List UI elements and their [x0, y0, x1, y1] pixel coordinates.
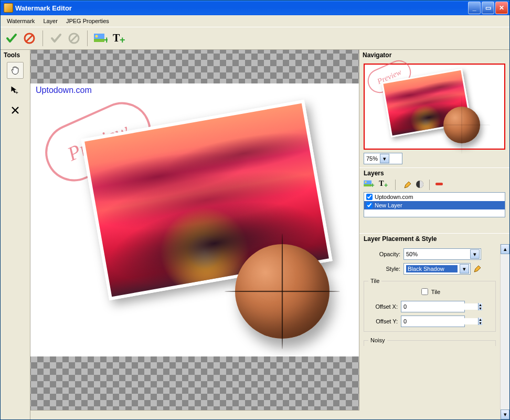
basketball-graphic — [235, 244, 330, 339]
noisy-legend: Noisy — [368, 337, 387, 343]
layer-label: Uptodown.com — [375, 194, 413, 200]
opacity-combo[interactable]: 50% ▾ — [403, 248, 481, 260]
scroll-up-icon[interactable]: ▴ — [501, 244, 509, 254]
close-button[interactable]: ✕ — [495, 2, 508, 14]
tile-checkbox-label: Tile — [431, 289, 440, 295]
canvas[interactable]: Uptodown.com Preview — [30, 50, 359, 410]
minimize-button[interactable]: _ — [468, 2, 481, 14]
navigator-header: Navigator — [359, 50, 509, 60]
layer-row[interactable]: New Layer — [364, 201, 505, 209]
cancel-disabled-button — [66, 30, 82, 46]
canvas-column: Uptodown.com Preview — [30, 50, 359, 419]
svg-text:+: + — [120, 35, 125, 44]
spin-down-icon[interactable]: ▼ — [478, 307, 482, 310]
opacity-label: Opacity: — [364, 251, 400, 257]
add-text-layer-icon[interactable]: T+ — [378, 180, 390, 190]
svg-rect-5 — [94, 39, 104, 42]
app-window: Watermark Editor _ ▭ ✕ Watermark Layer J… — [0, 0, 510, 420]
toolbar-separator — [42, 30, 43, 46]
app-icon — [4, 3, 13, 13]
tools-header: Tools — [1, 50, 30, 60]
svg-text:T: T — [379, 180, 384, 187]
chevron-down-icon[interactable]: ▾ — [470, 249, 480, 259]
svg-text:T: T — [113, 33, 120, 44]
cancel-button[interactable] — [22, 30, 37, 46]
edit-style-icon[interactable] — [473, 264, 482, 274]
svg-text:+: + — [104, 35, 108, 44]
add-image-layer-icon[interactable]: + — [364, 180, 375, 190]
watermark-text[interactable]: Uptodown.com — [36, 86, 92, 95]
hand-tool[interactable] — [7, 62, 24, 79]
scroll-down-icon[interactable]: ▾ — [501, 410, 509, 419]
svg-point-15 — [365, 181, 366, 183]
accept-disabled-button — [48, 30, 64, 46]
zoom-value: 75% — [366, 155, 378, 162]
add-text-layer-button[interactable]: T+ — [111, 30, 126, 46]
offsetx-value[interactable] — [401, 303, 478, 310]
window-title: Watermark Editor — [15, 4, 72, 12]
tile-fieldset: Tile Tile Offset X: ▲▼ — [364, 281, 496, 332]
svg-text:+: + — [384, 182, 388, 189]
layer-label: New Layer — [375, 202, 402, 208]
workarea: Tools + Uptodown.com Preview — [1, 49, 509, 419]
navigator-thumbnail[interactable]: Preview — [364, 64, 505, 150]
offsetx-label: Offset X: — [368, 303, 398, 310]
svg-text:+: + — [370, 182, 374, 189]
tile-legend: Tile — [368, 278, 381, 284]
opacity-value: 50% — [406, 251, 468, 257]
spin-up-icon[interactable]: ▲ — [478, 318, 482, 321]
horizontal-scrollbar[interactable] — [30, 410, 359, 419]
delete-tool[interactable] — [7, 102, 24, 119]
toolbar: + T+ — [1, 27, 509, 49]
placement-panel: Opacity: 50% ▾ Style: Black Shadow ▾ — [359, 244, 509, 419]
placement-header: Layer Placement & Style — [359, 233, 509, 244]
menu-watermark[interactable]: Watermark — [3, 17, 39, 25]
edit-layer-icon[interactable] — [403, 180, 412, 190]
offsety-label: Offset Y: — [368, 318, 398, 324]
svg-line-3 — [71, 35, 77, 41]
accept-button[interactable] — [4, 30, 19, 46]
layer-visibility-checkbox[interactable] — [366, 194, 373, 200]
offsety-value[interactable] — [401, 318, 478, 324]
titlebar[interactable]: Watermark Editor _ ▭ ✕ — [1, 1, 509, 15]
toolbar-separator — [87, 30, 88, 46]
noisy-fieldset: Noisy — [364, 340, 496, 346]
placement-scrollbar[interactable]: ▴ ▾ — [500, 244, 509, 419]
style-combo[interactable]: Black Shadow ▾ — [403, 263, 471, 275]
tools-panel: Tools + — [1, 50, 30, 419]
spin-down-icon[interactable]: ▼ — [478, 321, 482, 325]
svg-text:+: + — [15, 90, 18, 96]
zoom-combo[interactable]: 75% ▾ — [364, 153, 402, 164]
maximize-button[interactable]: ▭ — [482, 2, 494, 14]
tile-checkbox[interactable] — [421, 288, 428, 295]
offsety-input[interactable]: ▲▼ — [401, 316, 465, 327]
style-value: Black Shadow — [406, 265, 458, 272]
layer-visibility-checkbox[interactable] — [366, 202, 373, 208]
move-tool[interactable]: + — [7, 82, 24, 99]
layers-list[interactable]: Uptodown.com New Layer — [364, 192, 505, 217]
svg-line-1 — [26, 35, 33, 41]
add-image-layer-button[interactable]: + — [93, 30, 109, 46]
menu-layer[interactable]: Layer — [39, 17, 62, 25]
menubar: Watermark Layer JPEG Properties — [1, 15, 509, 27]
right-panel: Navigator Preview 75% ▾ Layers + T+ — [359, 50, 509, 419]
offsetx-input[interactable]: ▲▼ — [401, 301, 465, 312]
style-label: Style: — [364, 266, 400, 272]
spin-up-icon[interactable]: ▲ — [478, 303, 482, 307]
chevron-down-icon[interactable]: ▾ — [460, 264, 469, 274]
chevron-down-icon[interactable]: ▾ — [380, 154, 389, 163]
svg-point-6 — [95, 35, 98, 38]
menu-jpeg-properties[interactable]: JPEG Properties — [62, 17, 113, 25]
